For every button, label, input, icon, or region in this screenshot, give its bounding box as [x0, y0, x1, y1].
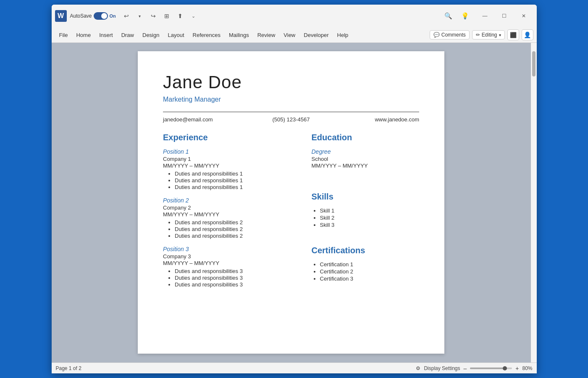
- editing-button[interactable]: ✏ Editing ▾: [472, 30, 505, 39]
- position-2-duties: Duties and responsibilities 2 Duties and…: [163, 219, 295, 239]
- document-area[interactable]: Jane Doe Marketing Manager janedoe@email…: [52, 43, 531, 362]
- company-1-name: Company 1: [163, 156, 295, 162]
- contact-divider: [163, 112, 419, 112]
- word-icon: W: [55, 10, 67, 22]
- menu-layout[interactable]: Layout: [163, 30, 188, 40]
- lightbulb-button[interactable]: 💡: [459, 9, 472, 23]
- comments-label: Comments: [441, 32, 466, 38]
- table-button[interactable]: ⊞: [161, 10, 172, 21]
- skills-list: Skill 1 Skill 2 Skill 3: [312, 207, 420, 228]
- page-info: Page 1 of 2: [56, 365, 81, 371]
- editing-icon: ✏: [476, 32, 480, 38]
- zoom-percent: 80%: [522, 365, 532, 371]
- education-dates: MM/YYYY – MM/YYYY: [312, 163, 420, 169]
- list-item: Duties and responsibilities 2: [175, 233, 295, 239]
- list-item: Skill 3: [320, 222, 420, 228]
- menu-developer[interactable]: Developer: [299, 30, 333, 40]
- display-settings-label[interactable]: Display Settings: [424, 365, 460, 371]
- list-item: Duties and responsibilities 3: [175, 281, 295, 288]
- person-icon: 👤: [524, 32, 531, 38]
- autosave-label: AutoSave: [70, 13, 92, 19]
- skills-section: Skills Skill 1 Skill 2 Skill 3: [312, 192, 420, 228]
- resume-name: Jane Doe: [163, 72, 419, 92]
- menu-file[interactable]: File: [55, 30, 72, 40]
- experience-heading: Experience: [163, 133, 295, 142]
- autosave-area: AutoSave On: [70, 12, 116, 20]
- skills-heading: Skills: [312, 192, 420, 202]
- autosave-state: On: [110, 13, 116, 18]
- zoom-minus-button[interactable]: –: [463, 365, 467, 372]
- degree-title: Degree: [312, 148, 420, 155]
- search-button[interactable]: 🔍: [442, 9, 455, 23]
- list-item: Duties and responsibilities 1: [175, 177, 295, 184]
- menu-design[interactable]: Design: [138, 30, 163, 40]
- contact-website: www.janedoe.com: [334, 116, 419, 123]
- maximize-button[interactable]: ☐: [495, 9, 514, 23]
- two-col-layout: Experience Position 1 Company 1 MM/YYYY …: [163, 133, 419, 294]
- list-item: Duties and responsibilities 1: [175, 184, 295, 190]
- close-button[interactable]: ✕: [514, 9, 533, 23]
- position-3-title: Position 3: [163, 246, 295, 252]
- undo-dropdown-button[interactable]: ▾: [134, 10, 145, 21]
- menu-home[interactable]: Home: [72, 30, 95, 40]
- menu-review[interactable]: Review: [253, 30, 280, 40]
- list-item: Certification 1: [320, 261, 420, 268]
- ribbon-right: 💬 Comments ✏ Editing ▾ ⬛ 👤: [430, 29, 533, 40]
- position-2-dates: MM/YYYY – MM/YYYY: [163, 211, 295, 218]
- minimize-button[interactable]: —: [475, 9, 495, 23]
- list-item: Certification 2: [320, 268, 420, 275]
- certifications-heading: Certifications: [312, 246, 420, 255]
- menu-view[interactable]: View: [279, 30, 299, 40]
- list-item: Duties and responsibilities 2: [175, 226, 295, 232]
- share-icon: ⬛: [510, 32, 517, 38]
- comments-icon: 💬: [433, 32, 440, 38]
- share-toolbar-button[interactable]: ⬆: [175, 10, 186, 21]
- list-item: Certification 3: [320, 276, 420, 282]
- menu-draw[interactable]: Draw: [117, 30, 138, 40]
- share-profile-button[interactable]: ⬛: [507, 29, 519, 40]
- editing-dropdown-icon: ▾: [499, 33, 501, 37]
- school-name: School: [312, 156, 420, 162]
- person-button[interactable]: 👤: [522, 29, 533, 40]
- contact-phone: (505) 123-4567: [248, 116, 333, 123]
- document-page: Jane Doe Marketing Manager janedoe@email…: [138, 51, 444, 354]
- zoom-slider[interactable]: [470, 368, 512, 369]
- autosave-toggle[interactable]: [94, 12, 108, 20]
- contact-row: janedoe@email.com (505) 123-4567 www.jan…: [163, 116, 419, 123]
- zoom-plus-button[interactable]: +: [515, 365, 519, 372]
- title-bar-tools: ↩ ▾ ↪ ⊞ ⬆ ⌄: [121, 10, 199, 21]
- menu-help[interactable]: Help: [333, 30, 353, 40]
- scrollbar[interactable]: [531, 43, 537, 362]
- more-button[interactable]: ⌄: [188, 10, 199, 21]
- title-bar: W AutoSave On ↩ ▾ ↪ ⊞ ⬆ ⌄ 🔍 💡 — ☐ ✕: [52, 5, 537, 27]
- scrollbar-thumb[interactable]: [532, 51, 536, 76]
- editing-label: Editing: [482, 32, 497, 38]
- contact-email: janedoe@email.com: [163, 116, 248, 123]
- position-1-duties: Duties and responsibilities 1 Duties and…: [163, 171, 295, 190]
- position-1-title: Position 1: [163, 148, 295, 155]
- zoom-slider-fill: [470, 368, 504, 369]
- right-column: Education Degree School MM/YYYY – MM/YYY…: [312, 133, 420, 294]
- list-item: Duties and responsibilities 1: [175, 171, 295, 177]
- menu-references[interactable]: References: [189, 30, 225, 40]
- status-bar-right: ⚙ Display Settings – + 80%: [416, 365, 532, 372]
- ribbon: File Home Insert Draw Design Layout Refe…: [52, 27, 537, 43]
- main-area: Jane Doe Marketing Manager janedoe@email…: [52, 43, 537, 362]
- certifications-list: Certification 1 Certification 2 Certific…: [312, 261, 420, 282]
- list-item: Skill 1: [320, 207, 420, 214]
- position-3-dates: MM/YYYY – MM/YYYY: [163, 260, 295, 266]
- certifications-section: Certifications Certification 1 Certifica…: [312, 246, 420, 282]
- zoom-thumb: [503, 366, 507, 370]
- menu-mailings[interactable]: Mailings: [225, 30, 253, 40]
- position-2-title: Position 2: [163, 197, 295, 204]
- menu-bar: File Home Insert Draw Design Layout Refe…: [52, 27, 537, 42]
- comments-button[interactable]: 💬 Comments: [430, 30, 470, 39]
- status-bar: Page 1 of 2 ⚙ Display Settings – + 80%: [52, 362, 537, 373]
- list-item: Skill 2: [320, 215, 420, 221]
- display-settings-icon: ⚙: [416, 365, 420, 371]
- app-window: W AutoSave On ↩ ▾ ↪ ⊞ ⬆ ⌄ 🔍 💡 — ☐ ✕ File…: [52, 5, 537, 373]
- undo-button[interactable]: ↩: [121, 10, 132, 21]
- menu-insert[interactable]: Insert: [95, 30, 117, 40]
- window-controls: — ☐ ✕: [475, 9, 533, 23]
- redo-button[interactable]: ↪: [148, 10, 159, 21]
